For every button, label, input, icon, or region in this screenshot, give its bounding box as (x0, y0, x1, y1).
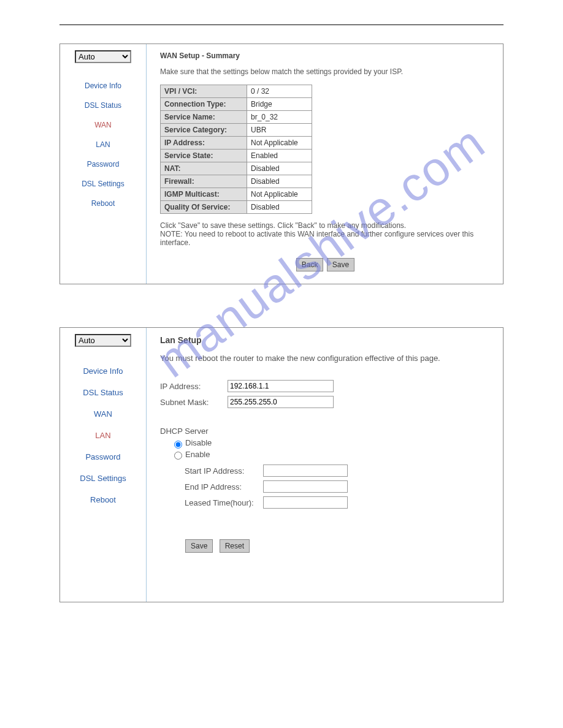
sidebar-item-wan[interactable]: WAN (60, 121, 146, 129)
dhcp-enable-radio[interactable] (174, 452, 182, 460)
lan-desc: You must reboot the router to make the n… (160, 354, 491, 363)
sidebar-item-password[interactable]: Password (60, 452, 146, 461)
end-ip-label: End IP Address: (185, 482, 263, 491)
wan-note: Click "Save" to save these settings. Cli… (160, 221, 491, 247)
wan-setup-panel: Auto Device Info DSL Status WAN LAN Pass… (59, 44, 504, 284)
dhcp-enable-label: Enable (185, 450, 210, 459)
refresh-select[interactable]: Auto (75, 334, 131, 347)
sidebar-item-lan[interactable]: LAN (60, 431, 146, 440)
lan-setup-panel: Auto Device Info DSL Status WAN LAN Pass… (59, 327, 504, 602)
refresh-select[interactable]: Auto (75, 50, 131, 63)
wan-title: WAN Setup - Summary (160, 51, 491, 60)
sidebar-item-device-info[interactable]: Device Info (60, 82, 146, 90)
table-row: Service State:Enabled (161, 150, 312, 162)
reset-button[interactable]: Reset (220, 539, 250, 553)
table-row: Connection Type:Bridge (161, 98, 312, 111)
dhcp-disable-label: Disable (185, 438, 212, 447)
sidebar-item-dsl-status[interactable]: DSL Status (60, 101, 146, 110)
sidebar-item-reboot[interactable]: Reboot (60, 199, 146, 208)
end-ip-input[interactable] (263, 480, 348, 493)
wan-content: WAN Setup - Summary Make sure that the s… (147, 44, 503, 284)
sidebar-item-device-info[interactable]: Device Info (60, 366, 146, 376)
subnet-mask-label: Subnet Mask: (160, 398, 228, 407)
sidebar-item-password[interactable]: Password (60, 160, 146, 169)
lan-content: Lan Setup You must reboot the router to … (147, 328, 503, 602)
sidebar: Auto Device Info DSL Status WAN LAN Pass… (60, 44, 147, 284)
dhcp-disable-radio[interactable] (174, 441, 182, 449)
ip-address-label: IP Address: (160, 382, 228, 391)
sidebar-item-lan[interactable]: LAN (60, 140, 146, 149)
table-row: IP Address:Not Applicable (161, 137, 312, 150)
subnet-mask-input[interactable] (228, 396, 334, 408)
save-button[interactable]: Save (327, 258, 354, 271)
sidebar-item-reboot[interactable]: Reboot (60, 495, 146, 504)
sidebar: Auto Device Info DSL Status WAN LAN Pass… (60, 328, 147, 602)
wan-summary-table: VPI / VCI:0 / 32 Connection Type:Bridge … (160, 85, 312, 214)
sidebar-item-dsl-settings[interactable]: DSL Settings (60, 180, 146, 188)
dhcp-server-label: DHCP Server (160, 427, 491, 436)
leased-time-label: Leased Time(hour): (185, 498, 263, 507)
wan-desc: Make sure that the settings below match … (160, 67, 491, 76)
table-row: Quality Of Service:Disabled (161, 201, 312, 214)
lan-title: Lan Setup (160, 335, 491, 345)
sidebar-item-dsl-status[interactable]: DSL Status (60, 388, 146, 397)
back-button[interactable]: Back (296, 258, 324, 271)
table-row: Service Name:br_0_32 (161, 111, 312, 124)
start-ip-label: Start IP Address: (185, 466, 263, 476)
header-divider (59, 25, 504, 25)
sidebar-item-dsl-settings[interactable]: DSL Settings (60, 474, 146, 483)
table-row: VPI / VCI:0 / 32 (161, 85, 312, 98)
leased-time-input[interactable] (263, 496, 348, 509)
table-row: Firewall:Disabled (161, 175, 312, 188)
table-row: NAT:Disabled (161, 162, 312, 175)
table-row: Service Category:UBR (161, 124, 312, 137)
sidebar-item-wan[interactable]: WAN (60, 409, 146, 419)
ip-address-input[interactable] (228, 380, 334, 392)
save-button[interactable]: Save (185, 539, 213, 553)
table-row: IGMP Multicast:Not Applicable (161, 188, 312, 201)
start-ip-input[interactable] (263, 464, 348, 477)
